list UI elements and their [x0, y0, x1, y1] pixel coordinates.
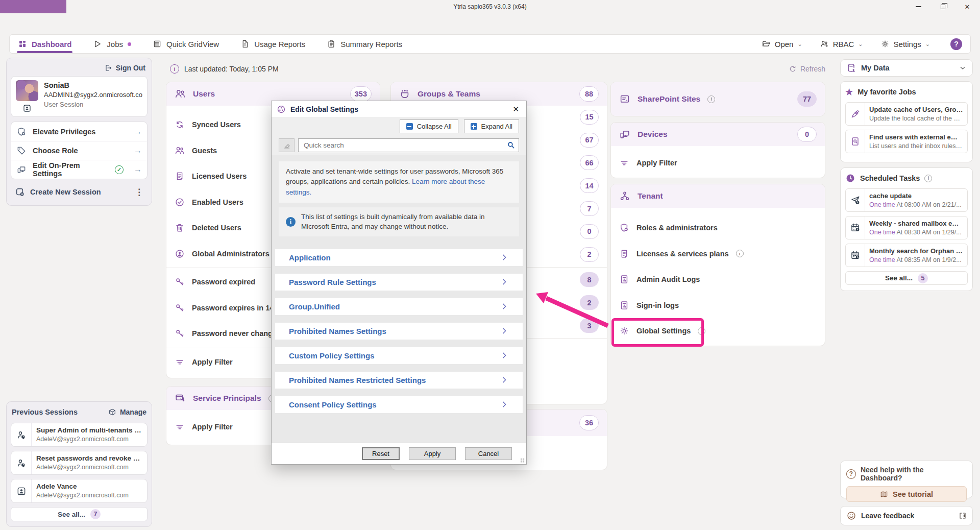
info-icon[interactable]: i	[698, 327, 705, 335]
row-label: Synced Users	[192, 121, 241, 129]
section-application[interactable]: Application	[275, 249, 523, 266]
collapse-all-label: Collapse All	[417, 123, 452, 130]
chevron-right-icon	[500, 400, 509, 409]
tab-label: Summary Reports	[340, 40, 402, 49]
settings-sections: Application Password Rule Settings Group…	[272, 249, 526, 413]
favorite-jobs-title: My favorite Jobs	[857, 88, 916, 96]
settings-menu[interactable]: Settings ⌄	[880, 39, 930, 49]
clear-search-button[interactable]	[279, 138, 295, 152]
scheduled-task-item[interactable]: cache update One time At 08:00 AM on 2/2…	[845, 188, 968, 212]
feedback-label: Leave feedback	[861, 512, 914, 520]
cancel-button[interactable]: Cancel	[465, 447, 512, 460]
menu-label: Edit On-Prem Settings	[33, 161, 109, 178]
sign-out-icon	[104, 64, 112, 72]
rbac-menu[interactable]: RBAC ⌄	[820, 39, 863, 49]
resize-grip[interactable]	[520, 458, 525, 463]
info-icon[interactable]: i	[707, 95, 715, 103]
dialog-titlebar[interactable]: Edit Global Settings ✕	[272, 101, 526, 117]
see-all-count-badge: 5	[918, 273, 928, 283]
info-icon[interactable]: i	[924, 175, 932, 182]
search-icon[interactable]	[506, 140, 516, 150]
sharepoint-header[interactable]: SharePoint Sites i 77	[611, 82, 825, 116]
kebab-menu-icon[interactable]: ⋮	[135, 187, 143, 198]
users-icon	[175, 88, 186, 100]
previous-session-item[interactable]: Adele Vance AdeleV@sygx2.onmicrosoft.com	[11, 479, 148, 503]
apply-button[interactable]: Apply	[409, 447, 456, 460]
previous-session-item[interactable]: Super Admin of multi-tenants - G... Adel…	[11, 423, 148, 447]
previous-session-item[interactable]: Reset passwords and revoke sessi... Adel…	[11, 451, 148, 475]
create-new-session-button[interactable]: Create New Session ⋮	[11, 184, 148, 200]
usage-reports-icon	[240, 39, 250, 49]
section-group-unified[interactable]: Group.Unified	[275, 298, 523, 315]
window-title: Ytria sapio365 v3.0.3 (x64)	[0, 3, 980, 10]
current-user-card[interactable]: SoniaB AADMIN1@sygx2.onmicrosoft.com Use…	[11, 76, 148, 117]
row-label: Apply Filter	[636, 159, 677, 167]
section-prohibited-names-restricted[interactable]: Prohibited Names Restricted Settings	[275, 372, 523, 389]
expand-icon[interactable]	[959, 512, 967, 520]
document-search-icon	[850, 136, 861, 147]
check-circle-icon	[175, 197, 185, 207]
quick-search-input[interactable]	[298, 138, 519, 152]
trash-icon	[175, 223, 185, 233]
tutorial-label: See tutorial	[893, 490, 933, 498]
close-dialog-button[interactable]: ✕	[510, 105, 521, 114]
row-count-badge: 66	[580, 155, 599, 170]
expand-all-label: Expand All	[481, 123, 512, 130]
open-menu[interactable]: Open ⌄	[762, 39, 802, 49]
scheduled-task-item[interactable]: Monthly search for Orphan On... One time…	[845, 244, 968, 267]
card-title: Groups & Teams	[418, 89, 480, 99]
job-subtitle: Update the local cache of the U...	[869, 115, 963, 122]
chevron-down-icon: ⌄	[858, 41, 863, 47]
sharepoint-count-badge: 77	[797, 91, 817, 107]
manage-sessions-button[interactable]: Manage	[108, 408, 146, 416]
scheduled-task-item[interactable]: Weekly - shared mailbox email... One tim…	[845, 216, 968, 239]
devices-apply-filter-button[interactable]: Apply Filter	[611, 150, 825, 176]
devices-header[interactable]: Devices 0	[611, 123, 825, 146]
smiley-icon	[846, 511, 856, 521]
tag-icon	[16, 146, 27, 156]
manage-label: Manage	[120, 408, 146, 416]
favorite-job-item[interactable]: Update cache of Users, Groups... Update …	[845, 102, 968, 126]
section-custom-policy-settings[interactable]: Custom Policy Settings	[275, 347, 523, 364]
help-button[interactable]: ?	[950, 38, 962, 50]
minimize-button[interactable]	[914, 3, 923, 11]
info-icon[interactable]: i	[736, 250, 744, 257]
tab-quick-gridview[interactable]: Quick GridView	[153, 35, 219, 53]
row-roles-administrators[interactable]: Roles & administrators	[611, 215, 825, 241]
row-global-settings[interactable]: Global Settingsi	[611, 318, 825, 344]
menu-item-elevate-privileges[interactable]: Elevate Privileges →	[11, 122, 147, 141]
row-sign-in-logs[interactable]: Sign-in logs	[611, 293, 825, 319]
expand-all-button[interactable]: Expand All	[464, 119, 519, 133]
menu-item-edit-onprem-settings[interactable]: Edit On-Prem Settings ✓ →	[11, 160, 147, 179]
see-all-tasks-button[interactable]: See all... 5	[845, 271, 968, 285]
close-window-button[interactable]: ✕	[963, 3, 972, 11]
dialog-toolbar: Collapse All Expand All	[272, 117, 526, 136]
collapse-all-button[interactable]: Collapse All	[400, 119, 458, 133]
tenant-header[interactable]: Tenant	[611, 184, 825, 208]
see-all-sessions-button[interactable]: See all... 7	[11, 507, 148, 521]
sync-icon	[175, 119, 185, 130]
count-badge: 36	[579, 415, 599, 430]
section-consent-policy-settings[interactable]: Consent Policy Settings	[275, 396, 523, 413]
tab-dashboard[interactable]: Dashboard	[18, 35, 71, 53]
see-tutorial-button[interactable]: See tutorial	[846, 486, 967, 502]
my-data-bar[interactable]: My Data	[840, 59, 973, 77]
reset-button[interactable]: Reset	[362, 447, 400, 460]
row-admin-audit-logs[interactable]: Admin Audit Logs	[611, 267, 825, 293]
chevron-right-icon	[500, 302, 509, 311]
section-password-rule-settings[interactable]: Password Rule Settings	[275, 274, 523, 291]
chevron-down-icon: ⌄	[797, 41, 802, 47]
session-plus-icon	[15, 187, 25, 197]
row-licenses-services-plans[interactable]: Licenses & services plansi	[611, 241, 825, 267]
refresh-button[interactable]: Refresh	[789, 65, 825, 73]
restore-button[interactable]	[938, 3, 947, 11]
menu-item-choose-role[interactable]: Choose Role →	[11, 141, 147, 160]
section-prohibited-names-settings[interactable]: Prohibited Names Settings	[275, 323, 523, 340]
tab-summary-reports[interactable]: Summary Reports	[327, 35, 402, 53]
tab-usage-reports[interactable]: Usage Reports	[240, 35, 305, 53]
row-label: Admin Audit Logs	[636, 275, 700, 283]
sign-out-button[interactable]: Sign Out	[11, 62, 148, 74]
leave-feedback-bar[interactable]: Leave feedback	[840, 506, 973, 525]
favorite-job-item[interactable]: Find users with external email ... List …	[845, 130, 968, 153]
tab-jobs[interactable]: Jobs	[93, 35, 131, 53]
